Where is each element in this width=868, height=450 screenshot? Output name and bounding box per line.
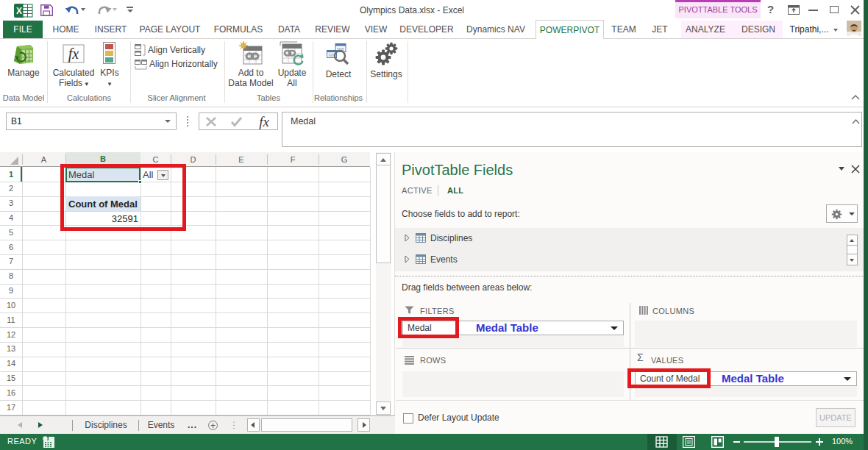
svg-text:fx: fx xyxy=(259,114,269,129)
svg-text:X: X xyxy=(16,6,22,16)
svg-text:fx: fx xyxy=(68,46,79,63)
